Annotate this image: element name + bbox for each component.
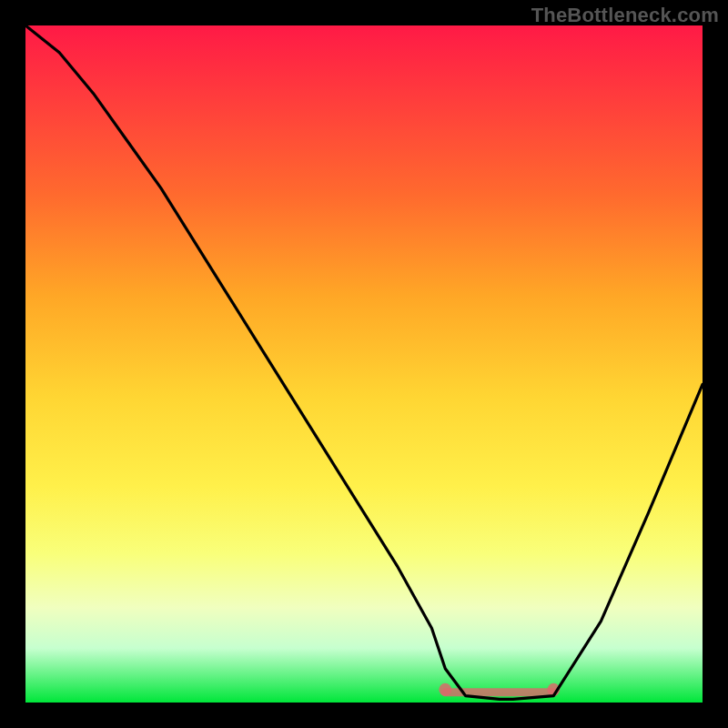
watermark-text: TheBottleneck.com bbox=[531, 4, 719, 27]
valley-marker-left-dot bbox=[439, 683, 451, 696]
plot-area bbox=[25, 25, 703, 703]
bottleneck-curve bbox=[25, 25, 703, 699]
curve-svg bbox=[25, 25, 703, 703]
chart-frame: TheBottleneck.com bbox=[0, 0, 728, 728]
